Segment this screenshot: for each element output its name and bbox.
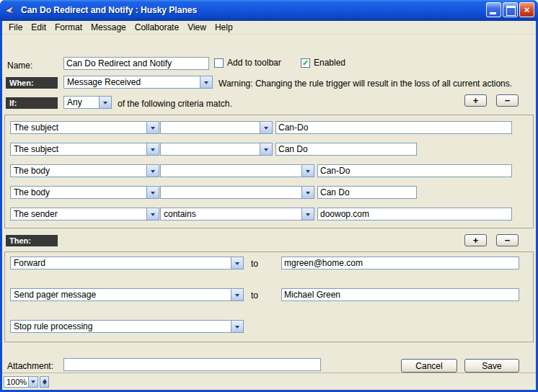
checkbox-check-icon: ✓ — [301, 58, 310, 68]
window-body: File Edit Format Message Collaborate Vie… — [2, 21, 536, 390]
criteria-row: The subject — [5, 143, 533, 156]
criteria-field-value: The body — [11, 187, 146, 197]
enabled-checkbox[interactable]: ✓ Enabled — [301, 58, 345, 68]
criteria-value-input[interactable] — [275, 143, 417, 156]
checkbox-box — [214, 58, 224, 68]
chevron-down-icon — [146, 187, 159, 198]
when-trigger-select[interactable]: Message Received — [63, 76, 213, 89]
app-icon — [4, 4, 17, 17]
chevron-down-icon — [301, 187, 314, 198]
enabled-label: Enabled — [314, 58, 345, 68]
maximize-button[interactable] — [503, 2, 518, 17]
attachment-input[interactable] — [63, 358, 321, 371]
spinner-up-icon[interactable] — [40, 377, 48, 382]
chevron-down-icon — [146, 208, 159, 220]
criteria-operator-select[interactable] — [160, 164, 314, 177]
criteria-field-select[interactable]: The subject — [10, 121, 159, 134]
criteria-operator-select[interactable] — [160, 121, 273, 134]
zoom-select[interactable]: 100% — [4, 376, 38, 388]
cancel-button[interactable]: Cancel — [401, 359, 457, 373]
dialog-window: Can Do Redirect and Notify : Husky Plane… — [0, 0, 538, 392]
chevron-down-icon — [301, 208, 314, 220]
actions-group: Forward to Send pager message to — [4, 251, 534, 342]
spinner-down-icon[interactable] — [40, 382, 48, 387]
menu-format[interactable]: Format — [50, 21, 87, 34]
action-target-input[interactable] — [281, 257, 519, 270]
criteria-group: The subject The subject — [4, 115, 534, 228]
save-button[interactable]: Save — [464, 359, 519, 373]
when-trigger-value: Message Received — [64, 77, 200, 87]
then-label: Then: — [6, 235, 58, 246]
criteria-add-button[interactable]: + — [464, 94, 487, 107]
menu-view[interactable]: View — [183, 21, 211, 34]
zoom-spinner[interactable] — [40, 376, 49, 388]
criteria-operator-select[interactable] — [160, 186, 314, 199]
minimize-button[interactable] — [486, 2, 501, 17]
criteria-remove-button[interactable]: − — [496, 94, 519, 107]
criteria-field-value: The sender — [11, 209, 146, 219]
menu-collaborate[interactable]: Collaborate — [131, 21, 183, 34]
chevron-down-icon — [146, 122, 159, 133]
name-input[interactable] — [63, 57, 209, 70]
menubar: File Edit Format Message Collaborate Vie… — [2, 21, 536, 35]
chevron-down-icon — [260, 143, 272, 155]
criteria-field-select[interactable]: The body — [10, 164, 159, 177]
criteria-field-select[interactable]: The subject — [10, 143, 159, 156]
titlebar: Can Do Redirect and Notify : Husky Plane… — [0, 0, 538, 21]
action-select[interactable]: Forward — [10, 257, 244, 270]
action-row: Forward to — [5, 257, 533, 270]
add-to-toolbar-label: Add to toolbar — [227, 58, 281, 68]
zoom-value: 100% — [4, 378, 28, 386]
menu-help[interactable]: Help — [211, 21, 237, 34]
chevron-down-icon — [260, 122, 272, 133]
criteria-value-input[interactable] — [317, 208, 512, 220]
window-title: Can Do Redirect and Notify : Husky Plane… — [21, 5, 482, 15]
criteria-value-input[interactable] — [317, 186, 417, 199]
action-select[interactable]: Stop rule processing — [10, 320, 244, 333]
chevron-down-icon — [231, 289, 243, 300]
chevron-down-icon — [99, 97, 111, 108]
action-add-button[interactable]: + — [464, 234, 487, 246]
chevron-down-icon — [146, 165, 159, 177]
menu-file[interactable]: File — [4, 21, 27, 34]
warning-text: Warning: Changing the rule trigger will … — [219, 79, 530, 89]
close-button[interactable]: × — [519, 2, 534, 17]
window-controls: × — [486, 2, 534, 17]
criteria-value-input[interactable] — [317, 164, 512, 177]
action-row: Stop rule processing — [5, 320, 533, 333]
menu-message[interactable]: Message — [87, 21, 131, 34]
action-value: Stop rule processing — [11, 321, 231, 331]
action-value: Forward — [11, 258, 231, 268]
statusbar: 100% — [2, 373, 536, 390]
action-remove-button[interactable]: − — [496, 234, 519, 246]
action-row: Send pager message to — [5, 288, 533, 301]
criteria-field-select[interactable]: The sender — [10, 208, 159, 220]
attachment-label: Attachment: — [7, 361, 53, 371]
criteria-field-value: The subject — [11, 144, 146, 154]
criteria-row: The body — [5, 164, 533, 177]
chevron-down-icon — [231, 321, 243, 332]
chevron-down-icon — [231, 257, 243, 269]
criteria-value-input[interactable] — [275, 121, 512, 134]
criteria-row: The subject — [5, 121, 533, 134]
add-to-toolbar-checkbox[interactable]: Add to toolbar — [214, 58, 281, 68]
to-label: to — [251, 259, 258, 269]
criteria-row: The body — [5, 186, 533, 199]
criteria-operator-select[interactable]: contains — [160, 208, 314, 220]
if-match-select[interactable]: Any — [63, 96, 112, 109]
name-label: Name: — [7, 61, 32, 71]
action-target-input[interactable] — [281, 288, 519, 301]
when-label: When: — [6, 77, 58, 89]
to-label: to — [251, 290, 258, 300]
criteria-field-value: The body — [11, 166, 146, 176]
criteria-field-value: The subject — [11, 122, 146, 133]
client-area: Name: Add to toolbar ✓ Enabled When: Mes… — [2, 35, 536, 373]
criteria-field-select[interactable]: The body — [10, 186, 159, 199]
chevron-down-icon — [28, 377, 38, 387]
action-select[interactable]: Send pager message — [10, 288, 244, 301]
criteria-operator-select[interactable] — [160, 143, 273, 156]
menu-edit[interactable]: Edit — [27, 21, 50, 34]
chevron-down-icon — [301, 165, 314, 177]
if-match-value: Any — [64, 97, 99, 107]
criteria-operator-value: contains — [161, 209, 301, 219]
